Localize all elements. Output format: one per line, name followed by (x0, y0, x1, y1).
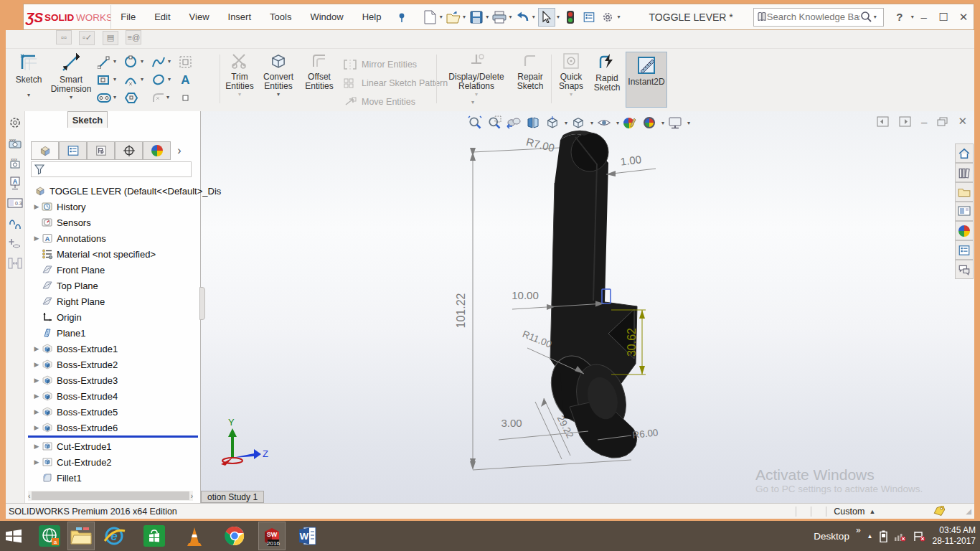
tree-item-cut-extrude2[interactable]: ▶Cut-Extrude2 (25, 454, 200, 470)
expand-arrow[interactable]: ▶ (32, 408, 41, 415)
save-dropdown[interactable]: ▾ (486, 14, 489, 20)
tree-item-plane1[interactable]: Plane1 (25, 325, 200, 341)
knowledge-base-search[interactable]: ▾ (753, 8, 884, 27)
scrollbar-thumb[interactable] (32, 491, 189, 500)
undo-dropdown[interactable]: ▾ (532, 14, 535, 20)
menu-tools[interactable]: Tools (260, 4, 301, 29)
tree-item-front-plane[interactable]: Front Plane (25, 262, 200, 278)
quick-icon-1[interactable]: ▫▫ (56, 30, 72, 44)
arc-tool[interactable] (123, 72, 138, 88)
dim-101-22[interactable]: 101.22 (455, 293, 467, 328)
home-tab-icon[interactable] (955, 143, 974, 163)
battery-icon[interactable] (880, 530, 887, 542)
dim-30-62-selected[interactable]: 30.62 (626, 328, 638, 357)
desktop-toolbar[interactable]: Desktop (814, 531, 849, 542)
quick-icon-3[interactable]: ▤ (103, 31, 118, 45)
tree-item-origin[interactable]: Origin (25, 309, 200, 325)
rollback-bar[interactable] (28, 435, 198, 438)
sketch-dropdown[interactable]: ▾ (10, 92, 47, 98)
undo-button[interactable] (514, 9, 530, 26)
dimxpertmanager-tab[interactable] (115, 141, 143, 160)
dim-r11[interactable]: R11.00 (521, 329, 553, 350)
print-dropdown[interactable]: ▾ (509, 14, 512, 20)
motion-study-tab[interactable]: otion Study 1 (201, 491, 264, 503)
tree-item-fillet1[interactable]: Fillet1 (25, 470, 200, 486)
file-explorer-taskbar-icon[interactable] (67, 522, 95, 550)
spline-tool[interactable] (151, 55, 166, 70)
tree-item-boss-extrude3[interactable]: ▶Boss-Extrude3 (25, 372, 200, 388)
numeric-display-icon[interactable]: 0.3 (6, 194, 24, 212)
expand-arrow[interactable]: ▶ (32, 345, 41, 352)
close-button[interactable]: ✕ (953, 11, 974, 24)
dimension-names-icon[interactable] (6, 255, 24, 272)
suppress-icon[interactable]: xxx (6, 154, 24, 171)
tree-item-right-plane[interactable]: Right Plane (25, 293, 200, 309)
appearances-scenes-icon[interactable] (955, 221, 974, 240)
ellipse-tool[interactable] (151, 72, 166, 88)
tree-filter-field[interactable] (31, 161, 192, 177)
arc-dropdown[interactable]: ▾ (141, 76, 143, 83)
graphics-area[interactable]: ▾ ▾ ▾ ▾ ▾ – ✕ 101.22 R7.00 (201, 111, 974, 503)
internet-explorer-icon[interactable]: e (100, 522, 128, 550)
dim-3-00[interactable]: 3.00 (501, 417, 522, 429)
ellipse-dropdown[interactable]: ▾ (168, 76, 171, 83)
tab-sketch[interactable]: Sketch (67, 111, 108, 128)
text-tool[interactable]: A (178, 72, 193, 88)
view-palette-icon[interactable] (955, 202, 974, 221)
search-icon[interactable] (860, 11, 872, 23)
scroll-right-arrow[interactable]: › (191, 492, 193, 500)
menu-insert[interactable]: Insert (219, 4, 261, 29)
tree-item-top-plane[interactable]: Top Plane (25, 278, 200, 293)
model-3d-view[interactable]: 101.22 R7.00 1.00 10.00 R11.00 (201, 111, 974, 503)
filter-gear-icon[interactable] (6, 114, 24, 131)
rapid-sketch-button[interactable]: RapidSketch (591, 52, 623, 108)
word-icon[interactable]: W (294, 522, 321, 550)
select-tool-button[interactable] (538, 8, 555, 27)
quick-icon-4[interactable]: ≡@ (126, 30, 141, 44)
tree-item-cut-extrude1[interactable]: ▶Cut-Extrude1 (25, 438, 200, 454)
tree-item-boss-extrude5[interactable]: ▶Boss-Extrude5 (25, 404, 200, 420)
expand-arrow[interactable]: ▶ (32, 392, 41, 400)
convert-dropdown[interactable]: ▾ (258, 91, 298, 98)
menu-help[interactable]: Help (353, 4, 391, 29)
quick-icon-2[interactable]: ▫✓ (79, 31, 95, 45)
expand-tabs-chevron[interactable]: › (171, 141, 188, 160)
circle-tool[interactable] (123, 55, 138, 70)
network-icon[interactable] (894, 531, 907, 542)
line-dropdown[interactable]: ▾ (113, 58, 116, 65)
circle-dropdown[interactable]: ▾ (141, 58, 143, 65)
slot-dropdown[interactable]: ▾ (113, 94, 116, 100)
expand-arrow[interactable]: ▶ (32, 377, 41, 384)
design-library-icon[interactable] (955, 163, 974, 182)
start-button[interactable] (0, 522, 27, 550)
propertymanager-tab[interactable] (59, 141, 87, 160)
tray-expand-arrow[interactable]: ▲ (867, 533, 873, 540)
tree-item-sensors[interactable]: Sensors (25, 215, 200, 230)
expand-arrow[interactable]: ▶ (32, 361, 41, 368)
tree-item-boss-extrude2[interactable]: ▶Boss-Extrude2 (25, 357, 200, 372)
timer-icon[interactable]: xxx (6, 134, 24, 151)
tree-item-boss-extrude1[interactable]: ▶Boss-Extrude1 (25, 341, 200, 357)
search-dropdown[interactable]: ▾ (874, 14, 877, 20)
save-button[interactable] (468, 9, 484, 26)
settings-dropdown[interactable]: ▾ (618, 14, 621, 20)
menu-window[interactable]: Window (301, 4, 352, 29)
chrome-icon[interactable] (221, 522, 248, 550)
repair-sketch-button[interactable]: RepairSketch (512, 52, 548, 108)
tree-item-history[interactable]: ▶History (25, 199, 200, 215)
rectangle-dropdown[interactable]: ▾ (113, 76, 116, 83)
rectangle-tool[interactable] (96, 72, 111, 88)
point-tool[interactable] (178, 90, 193, 105)
options-list-icon[interactable] (581, 9, 597, 26)
units-dropdown-arrow[interactable]: ▲ (869, 508, 875, 515)
settings-gear-icon[interactable] (600, 9, 616, 26)
quick-snaps-button[interactable]: QuickSnaps ▾ (555, 52, 587, 108)
fillet-tool[interactable] (151, 90, 166, 105)
spline-dropdown[interactable]: ▾ (168, 58, 171, 65)
vlc-icon[interactable] (181, 522, 208, 550)
dim-r6[interactable]: R6.00 (632, 427, 659, 441)
mirror-entities-button[interactable]: Mirror Entities (343, 56, 417, 73)
instant2d-button[interactable]: Instant2D (626, 52, 667, 108)
maximize-button[interactable]: ☐ (933, 11, 953, 24)
pin-icon[interactable] (393, 9, 409, 26)
